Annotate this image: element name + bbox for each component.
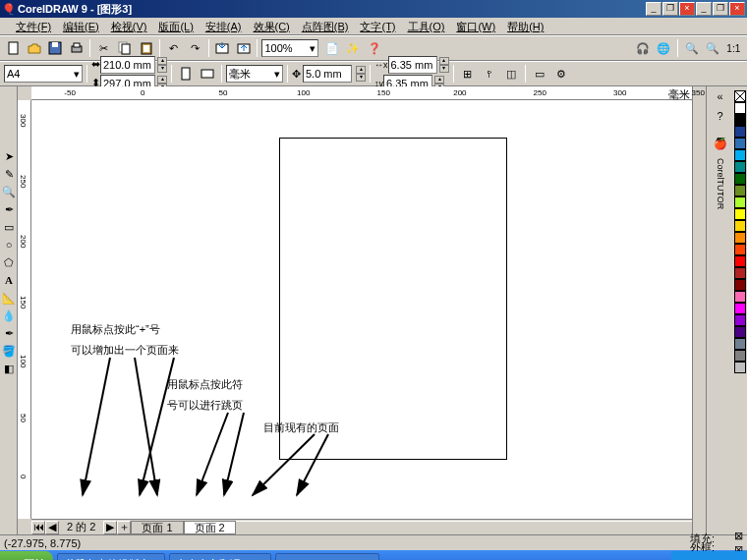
open-button[interactable] <box>25 38 43 58</box>
color-swatch[interactable] <box>734 102 746 114</box>
color-swatch[interactable] <box>734 314 746 326</box>
units-combo[interactable]: ▾ <box>226 65 283 83</box>
web-button[interactable]: 🎧 <box>633 38 652 58</box>
page-tab-1[interactable]: 页面 1 <box>131 521 183 534</box>
rectangle-tool[interactable]: ▭ <box>1 219 17 235</box>
interactive-tool[interactable]: 📐 <box>1 290 17 306</box>
zoom-in-icon[interactable]: 🔍 <box>682 38 701 58</box>
fill-tool[interactable]: 🪣 <box>1 343 17 359</box>
color-swatch[interactable] <box>734 303 746 314</box>
pick-tool[interactable]: ➤ <box>1 148 17 164</box>
color-swatch[interactable] <box>734 291 746 303</box>
snap-object-button[interactable]: ◫ <box>501 64 521 84</box>
color-swatch[interactable] <box>734 173 746 185</box>
menu-窗口[interactable]: 窗口(W) <box>450 18 501 34</box>
eyedropper-tool[interactable]: 💧 <box>1 308 17 323</box>
apple-icon[interactable]: 🍎 <box>714 138 727 150</box>
color-swatch[interactable] <box>734 338 746 350</box>
color-swatch[interactable] <box>734 362 746 373</box>
zoom-combo[interactable]: ▾ <box>261 39 318 57</box>
color-swatch[interactable] <box>734 138 746 149</box>
inner-close-button[interactable]: × <box>679 2 695 16</box>
redo-button[interactable]: ↷ <box>186 38 204 58</box>
options-button[interactable]: ⚙ <box>551 64 571 84</box>
outer-minimize-button[interactable]: _ <box>696 2 712 16</box>
first-page-button[interactable]: ⏮ <box>31 521 45 534</box>
color-swatch[interactable] <box>734 114 746 126</box>
outline-tool[interactable]: ✒ <box>1 325 17 341</box>
menu-检视[interactable]: 检视(V) <box>105 18 153 34</box>
docker-toggle-icon[interactable]: « <box>717 90 722 102</box>
color-swatch[interactable] <box>734 279 746 291</box>
color-swatch[interactable] <box>734 220 746 232</box>
system-tray[interactable]: En ◐ ‹ 1:21 <box>671 551 747 560</box>
menu-安排[interactable]: 安排(A) <box>200 18 248 34</box>
docker-help-icon[interactable]: ? <box>717 110 722 122</box>
shape-tool[interactable]: ✎ <box>1 166 17 182</box>
menu-文字[interactable]: 文字(T) <box>354 18 401 34</box>
portrait-button[interactable] <box>176 64 196 84</box>
save-button[interactable] <box>46 38 65 58</box>
color-swatch[interactable] <box>734 350 746 362</box>
color-swatch[interactable] <box>734 232 746 244</box>
print-button[interactable] <box>67 38 86 58</box>
outer-close-button[interactable]: × <box>729 2 745 16</box>
menu-效果[interactable]: 效果(C) <box>248 18 296 34</box>
h-scrollbar[interactable] <box>236 521 692 534</box>
color-swatch[interactable] <box>734 244 746 255</box>
undo-button[interactable]: ↶ <box>164 38 183 58</box>
color-swatch[interactable] <box>734 185 746 196</box>
paper-width-input[interactable] <box>103 59 152 71</box>
landscape-button[interactable] <box>198 64 217 84</box>
treat-button[interactable]: ▭ <box>530 64 549 84</box>
taskbar-item-1[interactable]: 书册杂志的排版方… <box>57 553 165 560</box>
snap-guide-button[interactable]: ⫯ <box>480 64 499 84</box>
color-swatch[interactable] <box>734 196 746 208</box>
new-button[interactable] <box>4 38 23 58</box>
freehand-tool[interactable]: ✒ <box>1 201 17 217</box>
import-button[interactable] <box>213 38 232 58</box>
interactive-fill-tool[interactable]: ◧ <box>1 361 17 376</box>
zoom-11-button[interactable]: 1:1 <box>724 38 743 58</box>
text-tool[interactable]: A <box>1 272 17 288</box>
menu-版面[interactable]: 版面(L) <box>152 18 199 34</box>
menu-点阵图[interactable]: 点阵图(B) <box>296 18 355 34</box>
start-button[interactable]: ⊞ 开始 <box>0 551 53 560</box>
effects-button[interactable]: ✨ <box>344 38 363 58</box>
corel-online-button[interactable]: 🌐 <box>655 38 673 58</box>
menu-文件[interactable]: 文件(F) <box>10 18 57 34</box>
minimize-button[interactable]: _ <box>646 2 661 16</box>
add-page-button[interactable]: ＋ <box>117 521 131 534</box>
taskbar-item-2[interactable]: 金山全文翻译 - [… <box>169 553 271 560</box>
color-swatch[interactable] <box>734 255 746 267</box>
zoom-tool[interactable]: 🔍 <box>1 184 17 199</box>
v-scrollbar[interactable] <box>692 86 706 534</box>
color-swatch[interactable] <box>734 161 746 173</box>
script-button[interactable]: 📄 <box>322 38 341 58</box>
color-swatch[interactable] <box>734 208 746 220</box>
taskbar-item-3[interactable]: CorelDRAW 9 - [… <box>275 553 380 560</box>
zoom-out-icon[interactable]: 🔍 <box>703 38 721 58</box>
dup-x-input[interactable] <box>391 59 434 71</box>
docker-label-2[interactable]: CorelTUTOR <box>716 158 725 209</box>
color-swatch[interactable] <box>734 126 746 138</box>
color-swatch[interactable] <box>734 326 746 338</box>
no-color-swatch[interactable] <box>734 90 746 102</box>
page-tab-2[interactable]: 页面 2 <box>184 521 236 534</box>
prev-page-button[interactable]: ◀ <box>45 521 59 534</box>
ellipse-tool[interactable]: ○ <box>1 237 17 252</box>
outer-restore-button[interactable]: ❐ <box>713 2 728 16</box>
restore-button[interactable]: ❐ <box>662 2 678 16</box>
snap-grid-button[interactable]: ⊞ <box>458 64 478 84</box>
menu-工具[interactable]: 工具(O) <box>402 18 451 34</box>
next-page-button[interactable]: ▶ <box>103 521 117 534</box>
menu-编辑[interactable]: 编辑(E) <box>57 18 105 34</box>
nudge-input[interactable] <box>306 68 349 80</box>
polygon-tool[interactable]: ⬠ <box>1 254 17 270</box>
color-swatch[interactable] <box>734 267 746 279</box>
menu-帮助[interactable]: 帮助(H) <box>501 18 549 34</box>
drawing-canvas[interactable]: 用鼠标点按此“+”号可以增加出一个页面来 用鼠标点按此符号可以进行跳页 目前现有… <box>31 100 692 519</box>
export-button[interactable] <box>234 38 253 58</box>
paper-size-combo[interactable]: ▾ <box>4 65 83 83</box>
color-swatch[interactable] <box>734 149 746 161</box>
